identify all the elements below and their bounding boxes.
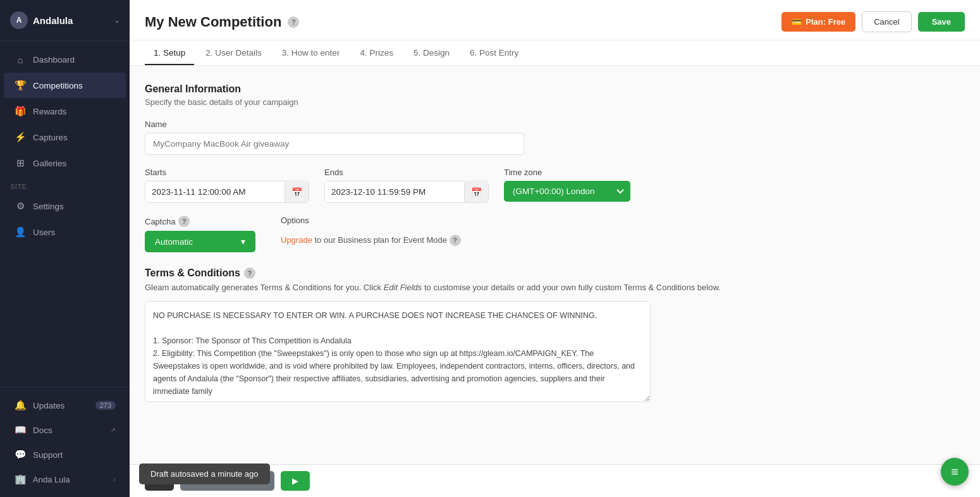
captcha-value: Automatic (155, 237, 193, 247)
upgrade-link[interactable]: Upgrade (281, 235, 312, 245)
docs-label: Docs (33, 426, 52, 435)
trophy-icon: 🏆 (14, 79, 27, 92)
options-help-icon[interactable]: ? (450, 235, 461, 246)
sidebar-item-anda-lula[interactable]: 🏢 Anda Lula › (4, 467, 126, 491)
sidebar: A Andalula ⌄ ⌂ Dashboard 🏆 Competitions … (0, 0, 130, 497)
users-icon: 👤 (14, 226, 27, 238)
captures-icon: ⚡ (14, 131, 27, 144)
tabs-bar: 1. Setup 2. User Details 3. How to enter… (130, 40, 980, 66)
captcha-help-icon[interactable]: ? (178, 216, 190, 227)
date-row: Starts 📅 Ends 📅 Time zone (145, 168, 965, 203)
sidebar-item-users[interactable]: 👤 Users (4, 219, 126, 245)
chevron-down-icon: ⌄ (114, 17, 119, 24)
plan-button[interactable]: 💳 Plan: Free (781, 12, 855, 32)
tab-prizes[interactable]: 4. Prizes (351, 40, 402, 65)
name-field-group: Name (145, 120, 965, 155)
plan-label: Plan: Free (805, 17, 845, 27)
docs-icon: 📖 (14, 424, 27, 436)
sidebar-item-settings[interactable]: ⚙ Settings (4, 193, 126, 219)
cancel-button[interactable]: Cancel (862, 11, 911, 32)
tab-post-entry[interactable]: 6. Post Entry (461, 40, 527, 65)
fab-icon: ≡ (951, 465, 959, 479)
settings-icon: ⚙ (14, 200, 27, 212)
credit-card-icon: 💳 (792, 17, 802, 27)
sidebar-item-captures[interactable]: ⚡ Captures (4, 125, 126, 150)
starts-group: Starts 📅 (145, 168, 309, 203)
company-icon: 🏢 (14, 473, 27, 486)
avatar: A (10, 11, 28, 29)
chevron-down-icon: ▾ (241, 236, 245, 247)
ends-calendar-button[interactable]: 📅 (464, 182, 488, 202)
tc-description: Gleam automatically generates Terms & Co… (145, 283, 965, 292)
fab-button[interactable]: ≡ (941, 458, 969, 486)
upgrade-text: Upgrade to our Business plan for Event M… (281, 229, 461, 246)
sidebar-item-galleries[interactable]: ⊞ Galleries (4, 150, 126, 176)
chevron-right-icon: › (113, 476, 116, 483)
company-label: Anda Lula (33, 475, 113, 484)
sidebar-item-competitions[interactable]: 🏆 Competitions (4, 73, 126, 98)
save-button[interactable]: Save (918, 12, 965, 32)
captcha-group: Captcha ? Automatic ▾ (145, 216, 255, 252)
timezone-label: Time zone (504, 168, 630, 177)
dashboard-icon: ⌂ (14, 53, 27, 66)
section-subtitle-general: Specify the basic details of your campai… (145, 97, 965, 107)
sidebar-item-docs[interactable]: 📖 Docs ↗ (4, 418, 126, 442)
options-label: Options (281, 216, 461, 225)
name-input[interactable] (145, 133, 524, 155)
external-link-icon: ↗ (110, 426, 116, 434)
tc-textarea[interactable]: NO PURCHASE IS NECESSARY TO ENTER OR WIN… (145, 301, 651, 402)
ends-label: Ends (324, 168, 489, 177)
sidebar-item-dashboard[interactable]: ⌂ Dashboard (4, 47, 126, 72)
ends-group: Ends 📅 (324, 168, 489, 203)
site-section-label: Site (0, 176, 130, 193)
title-help-icon[interactable]: ? (288, 16, 299, 28)
updates-icon: 🔔 (14, 399, 27, 412)
timezone-select[interactable]: (GMT+00:00) London (504, 181, 630, 202)
sidebar-user-name: Andalula (33, 15, 114, 26)
tc-help-icon[interactable]: ? (244, 267, 255, 279)
sidebar-item-support[interactable]: 💬 Support (4, 443, 126, 467)
captcha-options-row: Captcha ? Automatic ▾ Options Upgrade to… (145, 216, 965, 252)
captcha-select-button[interactable]: Automatic ▾ (145, 231, 255, 252)
name-label: Name (145, 120, 965, 129)
sidebar-item-updates[interactable]: 🔔 Updates 273 (4, 393, 126, 417)
support-label: Support (33, 450, 63, 460)
tab-setup[interactable]: 1. Setup (145, 40, 194, 65)
timezone-group: Time zone (GMT+00:00) London (504, 168, 630, 202)
galleries-icon: ⊞ (14, 157, 27, 169)
starts-input-wrap: 📅 (145, 181, 309, 203)
tab-design[interactable]: 5. Design (405, 40, 458, 65)
starts-calendar-button[interactable]: 📅 (285, 182, 309, 202)
page-title: My New Competition (145, 14, 281, 30)
updates-label: Updates (33, 401, 64, 410)
ends-input[interactable] (325, 181, 464, 202)
tab-user-details[interactable]: 2. User Details (197, 40, 271, 65)
tc-title: Terms & Conditions ? (145, 267, 965, 279)
options-group: Options Upgrade to our Business plan for… (281, 216, 461, 246)
sidebar-item-rewards[interactable]: 🎁 Rewards (4, 99, 126, 124)
support-icon: 💬 (14, 448, 27, 461)
main-panel: My New Competition ? 💳 Plan: Free Cancel… (130, 0, 980, 497)
sidebar-header[interactable]: A Andalula ⌄ (0, 0, 130, 41)
updates-badge: 273 (95, 401, 116, 410)
edit-fields-link[interactable]: Edit Fields (384, 283, 422, 292)
starts-input[interactable] (145, 181, 285, 202)
autosave-toast: Draft autosaved a minute ago (139, 463, 270, 484)
sidebar-footer: 🔔 Updates 273 📖 Docs ↗ 💬 Support 🏢 Anda … (0, 387, 130, 497)
ends-input-wrap: 📅 (324, 181, 489, 203)
section-title-general: General Information (145, 83, 965, 95)
header-actions: 💳 Plan: Free Cancel Save (781, 11, 965, 32)
captcha-label: Captcha ? (145, 216, 255, 227)
tab-how-to-enter[interactable]: 3. How to enter (273, 40, 349, 65)
main-content: General Information Specify the basic de… (130, 66, 980, 497)
general-info-section: General Information Specify the basic de… (145, 83, 965, 252)
sidebar-nav: ⌂ Dashboard 🏆 Competitions 🎁 Rewards ⚡ C… (0, 41, 130, 387)
upgrade-suffix: to our Business plan for Event Mode (315, 235, 448, 245)
terms-section: Terms & Conditions ? Gleam automatically… (145, 267, 965, 404)
next-button[interactable]: ▶ (281, 471, 310, 491)
autosave-message: Draft autosaved a minute ago (150, 469, 259, 479)
starts-label: Starts (145, 168, 309, 177)
rewards-icon: 🎁 (14, 105, 27, 118)
main-header: My New Competition ? 💳 Plan: Free Cancel… (130, 0, 980, 40)
